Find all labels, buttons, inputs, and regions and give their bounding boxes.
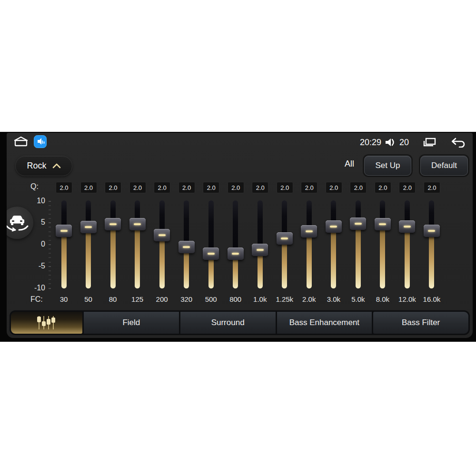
home-icon[interactable] xyxy=(12,135,30,148)
axis-minor-tick xyxy=(49,266,51,267)
q-value-box: 2.0 xyxy=(105,182,121,193)
slider-track-upper[interactable] xyxy=(184,200,189,247)
slider-track-lower[interactable] xyxy=(135,224,140,288)
q-value-box: 2.0 xyxy=(154,182,170,193)
axis-minor-tick xyxy=(49,283,51,284)
axis-minor-tick xyxy=(49,205,51,206)
q-value-box: 2.0 xyxy=(178,182,195,193)
slider-handle-5.0k[interactable] xyxy=(350,218,366,230)
q-value-box: 2.0 xyxy=(228,182,244,193)
q-row-label: Q: xyxy=(30,182,43,191)
tab-equalizer[interactable] xyxy=(11,312,82,334)
volume-level: 20 xyxy=(399,138,409,148)
slider-track-lower[interactable] xyxy=(307,231,312,288)
axis-minor-tick xyxy=(49,201,51,202)
slider-track-lower[interactable] xyxy=(86,227,91,288)
handle-dash xyxy=(428,230,435,232)
tab-bass-enhancement[interactable]: Bass Enhancement xyxy=(277,312,372,334)
axis-minor-tick xyxy=(49,270,51,271)
preset-name: Rock xyxy=(27,161,46,171)
slider-track-lower[interactable] xyxy=(61,231,67,288)
status-cluster: 20:29 20 xyxy=(360,136,466,149)
handle-dash xyxy=(355,223,362,225)
q-value-box: 2.0 xyxy=(252,182,268,193)
slider-handle-500[interactable] xyxy=(203,248,219,260)
slider-track-lower[interactable] xyxy=(159,235,165,288)
slider-track-lower[interactable] xyxy=(380,224,385,288)
handle-dash xyxy=(183,246,190,248)
q-value-box: 2.0 xyxy=(399,182,416,193)
slider-handle-200[interactable] xyxy=(154,229,170,241)
eq-app-icon[interactable] xyxy=(34,135,47,148)
q-value-box: 2.0 xyxy=(424,182,440,193)
handle-dash xyxy=(330,226,337,228)
slider-track-lower[interactable] xyxy=(331,227,336,288)
equalizer-screen: 20:29 20 Rock All Se xyxy=(7,133,473,338)
axis-tick-label: -10 xyxy=(24,284,45,292)
slider-handle-3.0k[interactable] xyxy=(326,220,342,233)
tab-bass-filter[interactable]: Bass Filter xyxy=(373,312,468,334)
axis-tick-label: -5 xyxy=(24,262,45,270)
slider-track-lower[interactable] xyxy=(110,224,116,288)
slider-handle-800[interactable] xyxy=(228,248,244,260)
all-label[interactable]: All xyxy=(339,159,360,169)
sound-position-button[interactable] xyxy=(7,207,33,239)
axis-minor-tick xyxy=(49,244,51,245)
axis-tick-label: 10 xyxy=(24,197,45,205)
axis-minor-tick xyxy=(49,209,51,210)
slider-track-upper[interactable] xyxy=(233,200,238,254)
handle-dash xyxy=(134,223,141,225)
slider-handle-50[interactable] xyxy=(80,221,97,233)
handle-dash xyxy=(85,226,92,228)
axis-minor-tick xyxy=(49,288,51,289)
handle-dash xyxy=(60,230,68,232)
slider-track-lower[interactable] xyxy=(429,231,434,288)
slider-handle-1.25k[interactable] xyxy=(277,232,293,245)
q-value-box: 2.0 xyxy=(301,182,317,193)
slider-handle-320[interactable] xyxy=(178,241,195,253)
slider-track-lower[interactable] xyxy=(356,224,361,288)
axis-minor-tick xyxy=(49,218,51,219)
axis-minor-tick xyxy=(49,231,51,232)
tab-surround[interactable]: Surround xyxy=(180,312,276,334)
slider-handle-125[interactable] xyxy=(129,218,146,230)
slider-handle-8.0k[interactable] xyxy=(375,218,391,230)
slider-track-upper[interactable] xyxy=(208,200,214,254)
slider-handle-1.0k[interactable] xyxy=(252,244,268,256)
axis-minor-tick xyxy=(49,214,51,215)
handle-dash xyxy=(379,223,386,225)
chevron-up-icon xyxy=(52,163,61,169)
handle-dash xyxy=(109,223,117,225)
slider-track-lower[interactable] xyxy=(184,247,189,288)
recent-apps-icon[interactable] xyxy=(422,137,436,148)
default-button[interactable]: Default xyxy=(420,156,468,176)
slider-track-upper[interactable] xyxy=(258,200,263,250)
axis-minor-tick xyxy=(49,240,51,241)
slider-handle-80[interactable] xyxy=(105,218,121,230)
q-value-box: 2.0 xyxy=(375,182,391,193)
handle-dash xyxy=(232,253,239,255)
axis-minor-tick xyxy=(49,262,51,263)
q-value-box: 2.0 xyxy=(56,182,72,193)
car-headunit-frame: 20:29 20 Rock All Se xyxy=(0,132,476,342)
slider-track-lower[interactable] xyxy=(405,227,410,288)
slider-track-lower[interactable] xyxy=(282,238,287,288)
tab-field[interactable]: Field xyxy=(84,312,179,334)
slider-handle-16.0k[interactable] xyxy=(424,225,440,237)
handle-dash xyxy=(404,226,411,228)
q-value-box: 2.0 xyxy=(326,182,342,193)
preset-dropdown[interactable]: Rock xyxy=(15,156,72,176)
handle-dash xyxy=(257,249,264,251)
slider-handle-12.0k[interactable] xyxy=(399,220,415,233)
slider-handle-30[interactable] xyxy=(56,225,72,237)
setup-button[interactable]: Set Up xyxy=(364,156,411,176)
handle-dash xyxy=(281,238,288,239)
axis-minor-tick xyxy=(49,236,51,237)
car-seat-icon xyxy=(7,212,30,234)
q-value-box: 2.0 xyxy=(203,182,219,193)
axis-minor-tick xyxy=(49,248,51,249)
slider-handle-2.0k[interactable] xyxy=(301,225,317,238)
speaker-icon xyxy=(385,138,396,147)
fc-row-label: FC: xyxy=(30,295,47,304)
back-icon[interactable] xyxy=(450,137,466,148)
